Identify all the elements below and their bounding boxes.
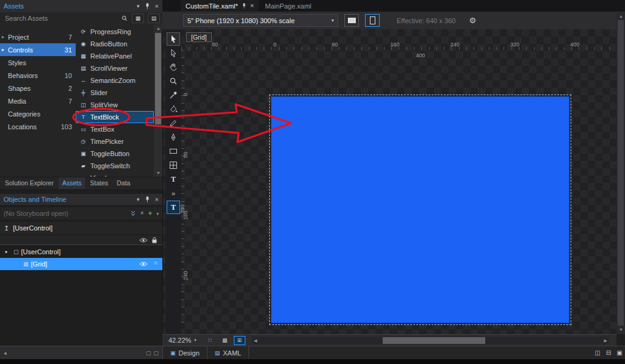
scroll-left-icon[interactable]: ◀ bbox=[252, 338, 259, 343]
scrollbar-thumb[interactable] bbox=[383, 337, 486, 344]
tab-mainpage-xaml[interactable]: MainPage.xaml bbox=[260, 0, 316, 12]
tab-label: MainPage.xaml bbox=[265, 2, 311, 10]
snap-to-grid-button[interactable]: ▦ bbox=[219, 336, 231, 345]
isolation-circle-icon[interactable]: ○ bbox=[154, 260, 157, 266]
horizontal-split-icon[interactable]: ⊟ bbox=[603, 346, 614, 359]
zoom-tool[interactable] bbox=[167, 74, 180, 88]
more-tools[interactable]: » bbox=[167, 187, 180, 200]
grid-breadcrumb-button[interactable]: [Grid] bbox=[186, 32, 212, 42]
asset-item-semanticzoom[interactable]: ↔SemanticZoom bbox=[76, 74, 154, 87]
pin-icon[interactable] bbox=[145, 196, 150, 203]
close-icon[interactable]: × bbox=[250, 2, 254, 9]
asset-item-slider[interactable]: ╪Slider bbox=[76, 87, 154, 99]
zoom-level-dropdown[interactable]: 42.22% bbox=[168, 337, 191, 344]
landscape-orientation-button[interactable] bbox=[344, 14, 359, 27]
asset-item-splitview[interactable]: ◫SplitView bbox=[76, 99, 154, 111]
asset-item-textblock[interactable]: TTextBlock bbox=[76, 111, 154, 123]
grid-artboard[interactable] bbox=[271, 96, 569, 323]
tree-item-grid[interactable]: ▦[Grid]○ bbox=[0, 258, 162, 270]
search-icon[interactable] bbox=[121, 15, 128, 22]
device-settings-gear-icon[interactable]: ⚙ bbox=[469, 16, 476, 25]
assets-category-media[interactable]: Media7 bbox=[0, 95, 76, 107]
tab-design[interactable]: ▣ Design bbox=[162, 346, 208, 359]
scroll-up-icon[interactable]: ▲ bbox=[619, 14, 623, 18]
vertical-scrollbar[interactable]: ▲ ▼ bbox=[616, 12, 625, 334]
scrollbar-thumb[interactable] bbox=[618, 20, 624, 326]
chevron-down-icon[interactable]: ▾ bbox=[137, 197, 140, 202]
list-view-button[interactable]: ▤ bbox=[148, 13, 160, 23]
asset-item-timepicker[interactable]: ◷TimePicker bbox=[76, 135, 154, 148]
grid-tool[interactable] bbox=[167, 159, 180, 172]
asset-item-progressring[interactable]: ⟳ProgressRing bbox=[76, 26, 154, 38]
rectangle-tool[interactable] bbox=[167, 145, 180, 158]
grid-view-button[interactable]: ▦ bbox=[132, 13, 144, 23]
storyboard-selector[interactable]: (No Storyboard open) bbox=[4, 210, 126, 217]
dock-tab-assets[interactable]: Assets bbox=[59, 177, 85, 189]
tree-item-usercontrol[interactable]: ▾▢[UserControl] bbox=[0, 246, 162, 258]
asset-item-relativepanel[interactable]: ▦RelativePanel bbox=[76, 50, 154, 62]
scroll-right-icon[interactable]: ▶ bbox=[602, 338, 609, 343]
device-selector-dropdown[interactable]: 5" Phone (1920 x 1080) 300% scale ▾ bbox=[183, 14, 338, 27]
expand-pane-icon[interactable]: ▣ bbox=[614, 346, 625, 359]
show-snap-grid-button[interactable]: ∷ bbox=[204, 336, 216, 345]
pen-tool[interactable] bbox=[167, 130, 180, 144]
doc-icon[interactable]: ▢ bbox=[153, 350, 159, 356]
text-tool[interactable]: T bbox=[167, 173, 180, 186]
asset-item-radiobutton[interactable]: ◉RadioButton bbox=[76, 38, 154, 50]
doc-icon[interactable]: ▢ bbox=[146, 350, 151, 356]
dock-tab-data[interactable]: Data bbox=[113, 177, 134, 189]
asset-item-scrollviewer[interactable]: ▤ScrollViewer bbox=[76, 62, 154, 74]
eye-icon[interactable] bbox=[139, 237, 148, 244]
portrait-orientation-button[interactable] bbox=[365, 14, 380, 27]
close-icon[interactable]: × bbox=[155, 3, 159, 10]
tab-customtile-xaml[interactable]: CustomTile.xaml* × bbox=[181, 0, 259, 12]
scrollbar-thumb[interactable] bbox=[155, 33, 161, 124]
design-surface[interactable]: T»T 80080160240320400 080160240 400 300 … bbox=[162, 29, 616, 334]
dock-tab-states[interactable]: States bbox=[86, 177, 112, 189]
chevron-down-icon[interactable]: ▾ bbox=[137, 4, 140, 9]
close-storyboard-icon[interactable]: × bbox=[140, 210, 144, 216]
assets-category-project[interactable]: ▸Project7 bbox=[0, 30, 76, 43]
asset-item-togglebutton[interactable]: ▣ToggleButton bbox=[76, 148, 154, 160]
chevron-down-icon[interactable]: ▾ bbox=[194, 338, 197, 343]
search-assets-input[interactable]: Search Assets bbox=[5, 15, 117, 22]
storyboard-dropdown-icon[interactable]: ▾ bbox=[156, 212, 159, 216]
new-storyboard-button[interactable]: + bbox=[148, 210, 152, 217]
vertical-split-icon[interactable]: ◫ bbox=[592, 346, 603, 359]
pan-tool[interactable] bbox=[167, 60, 180, 74]
direct-selection-tool[interactable] bbox=[167, 46, 180, 60]
dock-tab-solution-explorer[interactable]: Solution Explorer bbox=[1, 177, 57, 189]
assets-category-categories[interactable]: Categories bbox=[0, 107, 76, 120]
pin-icon[interactable] bbox=[145, 2, 150, 10]
snap-to-snaplines-button[interactable]: ⊞ bbox=[234, 336, 245, 345]
assets-category-behaviors[interactable]: Behaviors10 bbox=[0, 69, 76, 82]
scroll-down-icon[interactable]: ▼ bbox=[156, 171, 161, 175]
tab-label: CustomTile.xaml* bbox=[186, 2, 238, 10]
paint-bucket-tool[interactable] bbox=[167, 102, 180, 116]
horizontal-scrollbar[interactable]: ◀ ▶ bbox=[252, 337, 609, 344]
assets-category-controls[interactable]: ▸Controls31 bbox=[0, 43, 76, 56]
ruler-label: 240 bbox=[450, 41, 460, 48]
lock-icon[interactable] bbox=[151, 237, 157, 245]
asset-item-textbox[interactable]: ▭TextBox bbox=[76, 123, 154, 135]
assets-category-shapes[interactable]: Shapes2 bbox=[0, 82, 76, 95]
asset-item-toggleswitch[interactable]: ▰ToggleSwitch bbox=[76, 160, 154, 172]
close-icon[interactable]: × bbox=[155, 196, 159, 203]
text-insert-tool[interactable]: T bbox=[167, 201, 180, 214]
pencil-tool[interactable] bbox=[167, 116, 180, 130]
scroll-down-icon[interactable]: ▼ bbox=[619, 327, 623, 332]
tab-xaml[interactable]: ▤ XAML bbox=[208, 346, 249, 359]
assets-category-locations[interactable]: Locations103 bbox=[0, 120, 76, 133]
scope-row[interactable]: ↥ [UserControl] bbox=[0, 222, 162, 234]
expander-icon: ▸ bbox=[2, 47, 8, 52]
assets-category-styles[interactable]: Styles bbox=[0, 56, 76, 69]
selection-tool[interactable] bbox=[167, 32, 180, 46]
eye-icon[interactable] bbox=[139, 261, 148, 268]
goto-storyboard-icon[interactable] bbox=[130, 210, 136, 216]
assets-scrollbar[interactable]: ▲ ▼ bbox=[154, 24, 162, 177]
eyedropper-tool[interactable] bbox=[167, 88, 180, 102]
scroll-left-icon[interactable]: ◂ bbox=[4, 350, 7, 356]
scroll-up-icon[interactable]: ▲ bbox=[156, 26, 161, 30]
pin-icon[interactable] bbox=[242, 2, 247, 9]
asset-item-viewbox[interactable]: ▫Viewbox bbox=[76, 172, 154, 177]
